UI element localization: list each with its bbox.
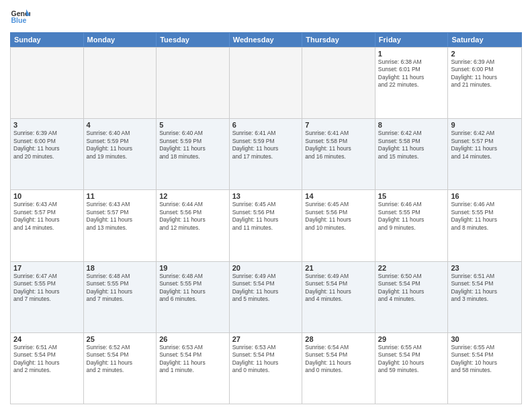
cell-info: Sunrise: 6:49 AM Sunset: 5:54 PM Dayligh…: [232, 273, 300, 304]
calendar-cell: 18Sunrise: 6:48 AM Sunset: 5:55 PM Dayli…: [84, 262, 157, 332]
header: General Blue: [10, 7, 522, 27]
cell-info: Sunrise: 6:51 AM Sunset: 5:54 PM Dayligh…: [451, 273, 519, 304]
calendar-row: 1Sunrise: 6:38 AM Sunset: 6:01 PM Daylig…: [11, 47, 521, 118]
calendar-cell: [11, 48, 84, 118]
cell-info: Sunrise: 6:41 AM Sunset: 5:59 PM Dayligh…: [232, 130, 300, 161]
day-number: 5: [159, 121, 226, 129]
calendar-cell: 20Sunrise: 6:49 AM Sunset: 5:54 PM Dayli…: [230, 262, 303, 332]
day-number: 28: [305, 335, 372, 343]
cell-info: Sunrise: 6:42 AM Sunset: 5:58 PM Dayligh…: [378, 130, 445, 161]
calendar-cell: 17Sunrise: 6:47 AM Sunset: 5:55 PM Dayli…: [11, 262, 84, 332]
logo: General Blue: [10, 7, 30, 27]
weekday-header: Thursday: [302, 33, 375, 46]
cell-info: Sunrise: 6:50 AM Sunset: 5:54 PM Dayligh…: [378, 273, 445, 304]
cell-info: Sunrise: 6:43 AM Sunset: 5:57 PM Dayligh…: [87, 201, 154, 232]
day-number: 2: [451, 50, 519, 58]
weekday-header: Tuesday: [157, 33, 230, 46]
calendar-row: 10Sunrise: 6:43 AM Sunset: 5:57 PM Dayli…: [11, 189, 521, 261]
day-number: 29: [378, 335, 445, 343]
calendar-cell: 12Sunrise: 6:44 AM Sunset: 5:56 PM Dayli…: [157, 190, 230, 261]
day-number: 3: [13, 121, 81, 129]
cell-info: Sunrise: 6:41 AM Sunset: 5:58 PM Dayligh…: [305, 130, 372, 161]
cell-info: Sunrise: 6:51 AM Sunset: 5:54 PM Dayligh…: [13, 344, 81, 375]
day-number: 25: [87, 335, 154, 343]
day-number: 17: [13, 264, 81, 272]
calendar-cell: 30Sunrise: 6:55 AM Sunset: 5:54 PM Dayli…: [448, 333, 521, 404]
calendar-cell: 15Sunrise: 6:46 AM Sunset: 5:55 PM Dayli…: [375, 190, 449, 261]
day-number: 11: [87, 192, 154, 200]
calendar-header: SundayMondayTuesdayWednesdayThursdayFrid…: [10, 32, 522, 47]
day-number: 24: [13, 335, 81, 343]
calendar-cell: 5Sunrise: 6:40 AM Sunset: 5:59 PM Daylig…: [157, 119, 230, 189]
cell-info: Sunrise: 6:40 AM Sunset: 5:59 PM Dayligh…: [87, 130, 154, 161]
logo-icon: General Blue: [10, 7, 30, 27]
cell-info: Sunrise: 6:48 AM Sunset: 5:55 PM Dayligh…: [87, 273, 154, 304]
cell-info: Sunrise: 6:55 AM Sunset: 5:54 PM Dayligh…: [451, 344, 519, 375]
day-number: 13: [232, 192, 300, 200]
calendar-cell: 8Sunrise: 6:42 AM Sunset: 5:58 PM Daylig…: [375, 119, 449, 189]
day-number: 8: [378, 121, 445, 129]
cell-info: Sunrise: 6:47 AM Sunset: 5:55 PM Dayligh…: [13, 273, 81, 304]
day-number: 21: [305, 264, 372, 272]
calendar-cell: 25Sunrise: 6:52 AM Sunset: 5:54 PM Dayli…: [84, 333, 157, 404]
calendar: SundayMondayTuesdayWednesdayThursdayFrid…: [10, 32, 522, 404]
calendar-cell: 3Sunrise: 6:39 AM Sunset: 6:00 PM Daylig…: [11, 119, 84, 189]
day-number: 7: [305, 121, 372, 129]
calendar-cell: 10Sunrise: 6:43 AM Sunset: 5:57 PM Dayli…: [11, 190, 84, 261]
calendar-cell: 14Sunrise: 6:45 AM Sunset: 5:56 PM Dayli…: [302, 190, 375, 261]
calendar-cell: 21Sunrise: 6:49 AM Sunset: 5:54 PM Dayli…: [302, 262, 375, 332]
day-number: 12: [159, 192, 226, 200]
day-number: 18: [87, 264, 154, 272]
calendar-cell: 9Sunrise: 6:42 AM Sunset: 5:57 PM Daylig…: [448, 119, 521, 189]
cell-info: Sunrise: 6:38 AM Sunset: 6:01 PM Dayligh…: [378, 58, 445, 89]
cell-info: Sunrise: 6:53 AM Sunset: 5:54 PM Dayligh…: [159, 344, 226, 375]
day-number: 15: [378, 192, 445, 200]
day-number: 10: [13, 192, 81, 200]
day-number: 30: [451, 335, 519, 343]
cell-info: Sunrise: 6:45 AM Sunset: 5:56 PM Dayligh…: [232, 201, 300, 232]
calendar-cell: [157, 48, 230, 118]
cell-info: Sunrise: 6:46 AM Sunset: 5:55 PM Dayligh…: [378, 201, 445, 232]
calendar-cell: 29Sunrise: 6:55 AM Sunset: 5:54 PM Dayli…: [375, 333, 449, 404]
weekday-header: Monday: [84, 33, 157, 46]
calendar-cell: 16Sunrise: 6:46 AM Sunset: 5:55 PM Dayli…: [448, 190, 521, 261]
cell-info: Sunrise: 6:48 AM Sunset: 5:55 PM Dayligh…: [159, 273, 226, 304]
day-number: 6: [232, 121, 300, 129]
cell-info: Sunrise: 6:39 AM Sunset: 6:00 PM Dayligh…: [451, 58, 519, 89]
calendar-cell: 27Sunrise: 6:53 AM Sunset: 5:54 PM Dayli…: [230, 333, 303, 404]
calendar-cell: 22Sunrise: 6:50 AM Sunset: 5:54 PM Dayli…: [375, 262, 449, 332]
cell-info: Sunrise: 6:40 AM Sunset: 5:59 PM Dayligh…: [159, 130, 226, 161]
calendar-cell: [302, 48, 375, 118]
day-number: 27: [232, 335, 300, 343]
calendar-row: 24Sunrise: 6:51 AM Sunset: 5:54 PM Dayli…: [11, 332, 521, 404]
calendar-cell: 1Sunrise: 6:38 AM Sunset: 6:01 PM Daylig…: [375, 48, 449, 118]
cell-info: Sunrise: 6:55 AM Sunset: 5:54 PM Dayligh…: [378, 344, 445, 375]
calendar-cell: 2Sunrise: 6:39 AM Sunset: 6:00 PM Daylig…: [448, 48, 521, 118]
calendar-cell: 19Sunrise: 6:48 AM Sunset: 5:55 PM Dayli…: [157, 262, 230, 332]
calendar-cell: 13Sunrise: 6:45 AM Sunset: 5:56 PM Dayli…: [230, 190, 303, 261]
calendar-row: 17Sunrise: 6:47 AM Sunset: 5:55 PM Dayli…: [11, 261, 521, 332]
cell-info: Sunrise: 6:43 AM Sunset: 5:57 PM Dayligh…: [13, 201, 81, 232]
cell-info: Sunrise: 6:54 AM Sunset: 5:54 PM Dayligh…: [305, 344, 372, 375]
cell-info: Sunrise: 6:39 AM Sunset: 6:00 PM Dayligh…: [13, 130, 81, 161]
day-number: 14: [305, 192, 372, 200]
day-number: 26: [159, 335, 226, 343]
cell-info: Sunrise: 6:53 AM Sunset: 5:54 PM Dayligh…: [232, 344, 300, 375]
page: General Blue SundayMondayTuesdayWednesda…: [0, 0, 532, 411]
calendar-cell: 28Sunrise: 6:54 AM Sunset: 5:54 PM Dayli…: [302, 333, 375, 404]
svg-text:Blue: Blue: [11, 16, 27, 24]
cell-info: Sunrise: 6:46 AM Sunset: 5:55 PM Dayligh…: [451, 201, 519, 232]
day-number: 22: [378, 264, 445, 272]
calendar-cell: 4Sunrise: 6:40 AM Sunset: 5:59 PM Daylig…: [84, 119, 157, 189]
cell-info: Sunrise: 6:44 AM Sunset: 5:56 PM Dayligh…: [159, 201, 226, 232]
calendar-cell: 24Sunrise: 6:51 AM Sunset: 5:54 PM Dayli…: [11, 333, 84, 404]
calendar-row: 3Sunrise: 6:39 AM Sunset: 6:00 PM Daylig…: [11, 118, 521, 189]
cell-info: Sunrise: 6:45 AM Sunset: 5:56 PM Dayligh…: [305, 201, 372, 232]
weekday-header: Friday: [375, 33, 449, 46]
weekday-header: Sunday: [11, 33, 84, 46]
calendar-cell: 26Sunrise: 6:53 AM Sunset: 5:54 PM Dayli…: [157, 333, 230, 404]
calendar-body: 1Sunrise: 6:38 AM Sunset: 6:01 PM Daylig…: [10, 47, 522, 404]
day-number: 1: [378, 50, 445, 58]
calendar-cell: 7Sunrise: 6:41 AM Sunset: 5:58 PM Daylig…: [302, 119, 375, 189]
day-number: 23: [451, 264, 519, 272]
